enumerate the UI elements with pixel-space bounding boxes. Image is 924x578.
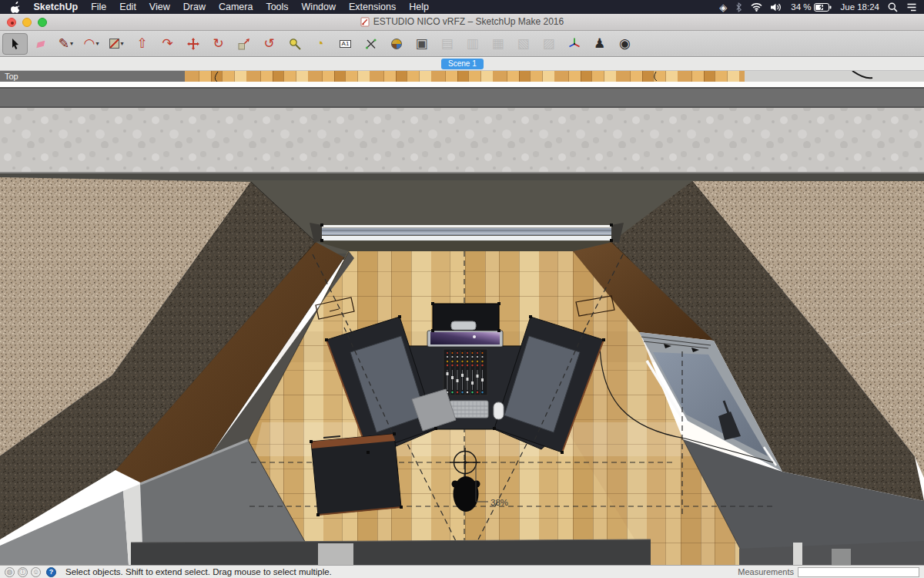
protractor-icon: ◔: [316, 37, 323, 50]
credits-icon[interactable]: ⓘ: [18, 567, 28, 577]
subtract-icon: ▦: [491, 37, 504, 50]
keyboard[interactable]: [450, 401, 488, 418]
macos-menu-bar: SketchUpFileEditViewDrawCameraToolsWindo…: [0, 0, 924, 14]
status-message: Select objects. Shift to extend select. …: [65, 567, 332, 576]
tool-select[interactable]: [2, 33, 28, 55]
menu-extensions[interactable]: Extensions: [343, 2, 403, 12]
follow-me-icon: ↷: [162, 37, 172, 50]
menu-status-area: ◈ 34 % Jue 18:24: [719, 2, 916, 12]
walk-icon: ♟: [594, 37, 605, 50]
paint-bucket-icon: [391, 39, 402, 49]
bluetooth-icon[interactable]: [735, 2, 742, 12]
tool-trim[interactable]: ▧: [511, 33, 536, 55]
model-viewport[interactable]: Top: [0, 71, 924, 565]
tool-tape-measure[interactable]: [282, 33, 307, 55]
monitor-display[interactable]: [427, 331, 503, 347]
rack-shelf[interactable]: [433, 304, 499, 331]
window-title-bar[interactable]: ESTUDIO NICO vRFZ – SketchUp Make 2016: [0, 14, 924, 31]
tool-line[interactable]: ✎▾: [53, 33, 79, 55]
rfz-percentage-label: 38%: [490, 498, 508, 507]
rotate-icon: ↻: [213, 37, 223, 50]
menu-draw[interactable]: Draw: [176, 2, 212, 12]
front-window[interactable]: [310, 223, 624, 251]
account-icon[interactable]: ☺: [31, 567, 41, 577]
tool-split[interactable]: ▨: [536, 33, 561, 55]
axes-icon: [365, 38, 377, 50]
select-icon: [9, 38, 22, 50]
tool-arc[interactable]: ◠▾: [79, 33, 104, 55]
measurements-label: Measurements: [738, 567, 794, 576]
split-icon: ▨: [542, 37, 554, 50]
measurements-input[interactable]: [798, 567, 919, 577]
menu-window[interactable]: Window: [295, 2, 342, 12]
move-icon: [187, 38, 199, 50]
spotlight-search-icon[interactable]: [888, 2, 898, 12]
line-dropdown-arrow[interactable]: ▾: [70, 41, 73, 47]
menu-edit[interactable]: Edit: [113, 2, 143, 12]
subwoofer[interactable]: [311, 434, 401, 515]
tool-subtract[interactable]: ▦: [485, 33, 511, 55]
tool-axes[interactable]: [358, 33, 383, 55]
menu-clock[interactable]: Jue 18:24: [840, 2, 879, 12]
window-title-text: ESTUDIO NICO vRFZ – SketchUp Make 2016: [373, 16, 564, 27]
view-name-label: Top: [5, 72, 18, 81]
sky-gap: [0, 82, 924, 87]
apple-logo: [11, 2, 20, 13]
scale-icon: [238, 38, 250, 50]
battery-icon: [814, 3, 832, 12]
volume-icon[interactable]: [771, 3, 782, 12]
wifi-icon[interactable]: [751, 3, 762, 12]
tool-move[interactable]: [180, 33, 206, 55]
tool-look-around[interactable]: ◉: [612, 33, 638, 55]
text-icon: A1: [340, 40, 352, 48]
tool-axes-display[interactable]: [561, 33, 587, 55]
eraser-icon: ▰: [34, 36, 47, 52]
tool-paint-bucket[interactable]: [383, 33, 409, 55]
tool-rectangle[interactable]: ▾: [104, 33, 129, 55]
apple-menu[interactable]: [8, 2, 27, 13]
tool-push-pull[interactable]: ⇧: [129, 33, 155, 55]
geolocation-icon[interactable]: ◍: [5, 567, 15, 577]
tool-protractor[interactable]: ◔: [307, 33, 333, 55]
tool-text[interactable]: A1: [333, 33, 358, 55]
mouse[interactable]: [494, 402, 504, 419]
tool-intersect[interactable]: ▤: [434, 33, 460, 55]
push-pull-icon: ⇧: [136, 37, 147, 50]
sketchup-toolbar: ▰✎▾◠▾▾⇧↷↻↺◔A1▣▤▥▦▧▨♟◉: [0, 31, 924, 57]
offset-icon: ↺: [263, 37, 274, 50]
tool-outer-shell[interactable]: ▣: [409, 33, 434, 55]
menu-file[interactable]: File: [85, 2, 113, 12]
line-icon: ✎: [59, 37, 69, 50]
help-icon[interactable]: ?: [46, 567, 56, 577]
tool-walk[interactable]: ♟: [587, 33, 612, 55]
menu-view[interactable]: View: [142, 2, 176, 12]
mixing-console[interactable]: [444, 349, 487, 395]
menu-tools[interactable]: Tools: [259, 2, 295, 12]
rectangle-dropdown-arrow[interactable]: ▾: [120, 41, 123, 47]
tool-eraser[interactable]: ▰: [28, 33, 53, 55]
tool-union[interactable]: ▥: [460, 33, 485, 55]
intersect-icon: ▤: [440, 37, 453, 50]
tool-follow-me[interactable]: ↷: [155, 33, 180, 55]
rectangle-icon: [109, 39, 119, 49]
room-top-view[interactable]: 38%: [0, 173, 924, 565]
menu-camera[interactable]: Camera: [212, 2, 259, 12]
look-around-icon: ◉: [619, 37, 631, 50]
menu-sketchup[interactable]: SketchUp: [27, 2, 85, 12]
axes-display-icon: [568, 38, 581, 50]
tape-measure-icon: [289, 38, 301, 50]
status-diamond-icon[interactable]: ◈: [719, 2, 727, 12]
notification-center-icon[interactable]: [906, 3, 916, 12]
viewport-top-strip: Top: [0, 71, 924, 82]
battery-indicator[interactable]: 34 %: [791, 2, 832, 12]
tool-offset[interactable]: ↺: [256, 33, 282, 55]
tool-rotate[interactable]: ↻: [206, 33, 231, 55]
battery-percent: 34 %: [791, 2, 811, 12]
arc-dropdown-arrow[interactable]: ▾: [95, 41, 99, 47]
menu-help[interactable]: Help: [403, 2, 436, 12]
scene-tab[interactable]: Scene 1: [441, 59, 484, 69]
status-bar: ◍ ⓘ ☺ ? Select objects. Shift to extend …: [0, 565, 924, 578]
tool-scale[interactable]: [231, 33, 256, 55]
viewport-canvas[interactable]: Top: [0, 71, 924, 565]
menu-items: SketchUpFileEditViewDrawCameraToolsWindo…: [27, 2, 435, 12]
